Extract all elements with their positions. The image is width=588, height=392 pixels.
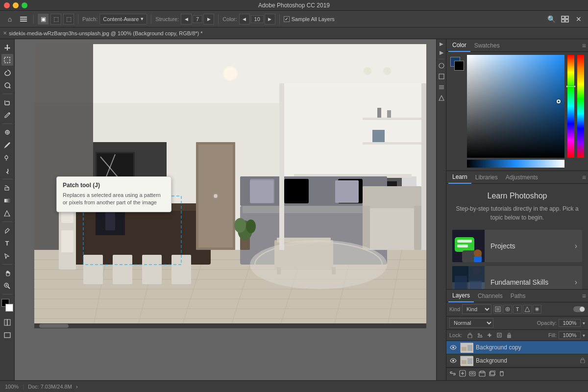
create-new-layer-icon[interactable]: [489, 370, 495, 378]
color-decrease[interactable]: ◀: [239, 14, 250, 24]
search-icon[interactable]: 🔍: [546, 14, 557, 24]
fg-bg-selector[interactable]: [450, 57, 464, 71]
saturation-value-picker[interactable]: [467, 55, 564, 158]
lock-position-icon[interactable]: [486, 331, 493, 339]
layer-row-background[interactable]: Background: [446, 354, 588, 368]
tab-channels[interactable]: Channels: [474, 290, 507, 302]
panel-icon-4[interactable]: [438, 95, 445, 102]
crop-tool[interactable]: [1, 97, 13, 108]
saturation-slider[interactable]: [577, 55, 584, 158]
move-tool[interactable]: [1, 41, 13, 53]
brush-tool[interactable]: [1, 139, 13, 151]
blur-tool[interactable]: [1, 207, 13, 219]
color-increase[interactable]: ▶: [265, 14, 275, 24]
link-layers-icon[interactable]: [449, 370, 456, 378]
panel-menu-icon[interactable]: ≡: [582, 42, 586, 49]
opacity-arrow-icon[interactable]: ▾: [583, 320, 585, 326]
clone-stamp-tool[interactable]: [1, 152, 13, 164]
history-brush-tool[interactable]: [1, 165, 13, 176]
fill-arrow-icon[interactable]: ▾: [583, 333, 585, 338]
marquee-tool[interactable]: [1, 54, 13, 66]
path-select-tool[interactable]: [1, 250, 13, 262]
tab-swatches[interactable]: Swatches: [470, 39, 504, 52]
create-group-icon[interactable]: [479, 370, 486, 378]
tab-layers[interactable]: Layers: [448, 290, 474, 302]
tab-libraries[interactable]: Libraries: [471, 171, 502, 184]
tab-close-btn[interactable]: ✕: [3, 30, 7, 36]
sample-all-checkbox[interactable]: ✓ Sample All Layers: [284, 16, 335, 22]
action-icon[interactable]: ▶: [440, 49, 443, 56]
projects-card[interactable]: Projects ›: [452, 230, 582, 262]
type-tool[interactable]: T: [1, 237, 13, 249]
gradient-tool[interactable]: [1, 195, 13, 206]
hue-slider[interactable]: [567, 55, 574, 158]
layers-panel-menu-icon[interactable]: ≡: [582, 292, 586, 300]
smart-filter-icon[interactable]: [533, 305, 541, 314]
learn-panel-menu-icon[interactable]: ≡: [582, 173, 586, 181]
delete-layer-icon[interactable]: [498, 370, 505, 378]
shape-filter-icon[interactable]: [523, 305, 532, 314]
background-color-box[interactable]: [454, 61, 464, 71]
fullscreen-button[interactable]: [22, 2, 27, 8]
eraser-tool[interactable]: [1, 182, 13, 194]
layer-row-background-copy[interactable]: Background copy: [446, 341, 588, 354]
horizontal-scrollbar[interactable]: [34, 323, 426, 328]
fill-value[interactable]: 100%: [559, 331, 581, 339]
home-icon[interactable]: ⌂: [4, 13, 16, 25]
status-arrow-icon[interactable]: ›: [76, 384, 78, 390]
structure-decrease[interactable]: ◀: [181, 14, 192, 24]
panel-icon-2[interactable]: [438, 73, 445, 81]
color-cursor[interactable]: [557, 99, 561, 103]
options-icon[interactable]: [18, 13, 29, 25]
eyedropper-tool[interactable]: [1, 109, 13, 121]
patch-dropdown[interactable]: Content-Aware ▾: [99, 14, 147, 24]
healing-brush-tool[interactable]: [1, 126, 13, 138]
tab-filename[interactable]: sidekix-media-wRzBarqn3hs-unsplash.jpg @…: [9, 30, 203, 36]
tab-color[interactable]: Color: [448, 39, 470, 52]
hand-tool[interactable]: [1, 267, 13, 279]
tool-mode-src[interactable]: ⬚: [50, 14, 61, 24]
blend-mode-dropdown[interactable]: Normal: [449, 318, 493, 328]
pixel-filter-icon[interactable]: [493, 305, 502, 314]
layer-visibility-icon-bg[interactable]: [449, 357, 457, 365]
lock-all-icon[interactable]: [505, 331, 513, 339]
adjust-filter-icon[interactable]: [503, 305, 512, 314]
pen-tool[interactable]: [1, 224, 13, 236]
filter-toggle[interactable]: [573, 306, 585, 312]
lock-artboard-icon[interactable]: [495, 331, 503, 339]
close-button[interactable]: [4, 2, 10, 8]
arrange-icon[interactable]: [560, 14, 570, 24]
panel-icon-3[interactable]: [438, 84, 445, 92]
screen-mode-tool[interactable]: [1, 329, 13, 341]
type-filter-icon[interactable]: T: [513, 305, 522, 314]
add-layer-style-icon[interactable]: [459, 370, 466, 378]
canvas[interactable]: Patch tool (J) Replaces a selected area …: [34, 44, 426, 328]
opacity-value[interactable]: 100%: [559, 319, 581, 327]
tab-learn[interactable]: Learn: [448, 171, 471, 184]
tab-adjustments[interactable]: Adjustments: [502, 171, 542, 184]
kind-dropdown[interactable]: Kind: [462, 304, 491, 314]
lock-transparency-icon[interactable]: [466, 331, 474, 339]
close-workspace-icon[interactable]: ✕: [573, 14, 584, 24]
lasso-tool[interactable]: [1, 67, 13, 78]
color-selector[interactable]: [1, 299, 13, 312]
lock-image-icon[interactable]: [476, 331, 484, 339]
tool-mode-content[interactable]: ⬚: [63, 14, 74, 24]
color-gradient-area[interactable]: [467, 55, 564, 168]
zoom-level[interactable]: 100%: [5, 384, 19, 390]
add-mask-icon[interactable]: [469, 370, 476, 378]
panel-icon-1[interactable]: [438, 62, 445, 70]
tab-paths[interactable]: Paths: [507, 290, 530, 302]
minimize-button[interactable]: [13, 2, 19, 8]
collapse-icon[interactable]: ▶: [439, 41, 444, 47]
quick-select-tool[interactable]: [1, 79, 13, 91]
background-color[interactable]: [5, 304, 13, 312]
brightness-slider[interactable]: [467, 160, 564, 168]
tool-mode-rect[interactable]: ▣: [38, 14, 49, 24]
quick-mask-tool[interactable]: [1, 317, 13, 328]
fundamental-skills-card[interactable]: Fundamental Skills ›: [452, 266, 582, 289]
zoom-tool[interactable]: [1, 280, 13, 292]
layer-visibility-icon[interactable]: [449, 343, 457, 351]
scrollbar-thumb[interactable]: [39, 324, 69, 328]
structure-increase[interactable]: ▶: [203, 14, 214, 24]
